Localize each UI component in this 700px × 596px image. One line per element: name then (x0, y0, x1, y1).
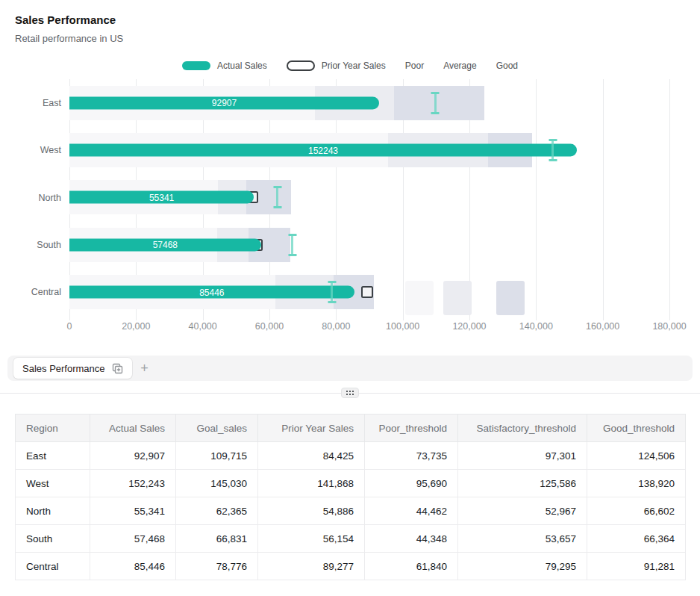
legend-item-actual-sales[interactable]: Actual Sales (182, 60, 267, 71)
column-header-prior-year-sales[interactable]: Prior Year Sales (258, 415, 365, 442)
goal-marker[interactable] (328, 281, 336, 303)
cell-goal-sales[interactable]: 109,715 (176, 442, 258, 470)
table-row-north: North55,34162,36554,88644,46252,96766,60… (16, 497, 686, 525)
cell-good-threshold[interactable]: 91,281 (587, 553, 686, 580)
table-row-east: East92,907109,71584,42573,73597,301124,5… (16, 442, 686, 470)
cell-poor-threshold[interactable]: 95,690 (365, 470, 458, 497)
legend-label: Good (496, 60, 518, 71)
bullet-row-north: 55341 (69, 174, 669, 221)
cell-region[interactable]: Central (16, 553, 90, 580)
category-label-central: Central (31, 287, 61, 297)
axis-tick-label: 180,000 (652, 321, 686, 332)
cell-good-threshold[interactable]: 66,364 (587, 525, 686, 553)
legend-label: Poor (405, 60, 424, 71)
actual-sales-bar[interactable]: 152243 (69, 144, 577, 157)
bar-value-label: 152243 (308, 146, 338, 155)
category-label-west: West (40, 145, 61, 155)
column-header-satisfactory-threshold[interactable]: Satisfactory_threshold (458, 415, 587, 442)
cell-satisfactory-threshold[interactable]: 97,301 (458, 442, 587, 470)
cell-goal-sales[interactable]: 62,365 (176, 497, 258, 525)
column-header-goal-sales[interactable]: Goal_sales (176, 415, 258, 442)
chart-panel: Sales Performance Retail performance in … (0, 0, 700, 339)
x-axis: 020,00040,00060,00080,000100,000120,0001… (69, 316, 669, 334)
axis-tick-label: 20,000 (122, 321, 150, 332)
cell-satisfactory-threshold[interactable]: 125,586 (458, 470, 587, 497)
cell-prior-year-sales[interactable]: 89,277 (258, 553, 365, 580)
legend-item-poor[interactable]: Poor (405, 60, 424, 71)
column-header-poor-threshold[interactable]: Poor_threshold (365, 415, 458, 442)
cell-actual-sales[interactable]: 92,907 (90, 442, 176, 470)
category-label-east: East (43, 98, 61, 108)
cell-region[interactable]: North (16, 497, 90, 525)
cell-goal-sales[interactable]: 145,030 (176, 470, 258, 497)
column-header-good-threshold[interactable]: Good_threshold (587, 415, 686, 442)
goal-marker[interactable] (549, 139, 557, 161)
goal-marker-stem (276, 188, 278, 206)
legend-item-prior-year-sales[interactable]: Prior Year Sales (287, 60, 386, 71)
bullet-row-west: 152243 (69, 126, 669, 173)
cell-satisfactory-threshold[interactable]: 79,295 (458, 553, 587, 580)
cell-prior-year-sales[interactable]: 84,425 (258, 442, 365, 470)
drag-handle[interactable] (341, 388, 359, 398)
cell-prior-year-sales[interactable]: 54,886 (258, 497, 365, 525)
cell-actual-sales[interactable]: 85,446 (90, 553, 176, 580)
cell-good-threshold[interactable]: 66,602 (587, 497, 686, 525)
panel-splitter[interactable] (0, 388, 700, 398)
cell-good-threshold[interactable]: 138,920 (587, 470, 686, 497)
cell-goal-sales[interactable]: 66,831 (176, 525, 258, 553)
cell-region[interactable]: East (16, 442, 90, 470)
goal-marker[interactable] (431, 92, 440, 114)
actual-sales-bar[interactable]: 85446 (69, 286, 354, 299)
cell-prior-year-sales[interactable]: 141,868 (258, 470, 365, 497)
bar-value-label: 92907 (212, 99, 237, 108)
axis-tick-label: 80,000 (322, 321, 350, 332)
cell-region[interactable]: South (16, 525, 90, 553)
goal-marker-stem (291, 236, 293, 254)
chart-legend: Actual SalesPrior Year SalesPoorAverageG… (15, 60, 685, 72)
prior-year-sales-marker[interactable] (361, 286, 373, 298)
table-header-row: RegionActual SalesGoal_salesPrior Year S… (16, 415, 686, 442)
cell-actual-sales[interactable]: 152,243 (90, 470, 176, 497)
legend-swatch-good-icon (496, 281, 525, 315)
column-header-region[interactable]: Region (16, 415, 90, 442)
page-subtitle: Retail performance in US (15, 33, 685, 45)
add-tab-button[interactable]: + (132, 361, 157, 375)
cell-actual-sales[interactable]: 57,468 (90, 525, 176, 553)
cell-satisfactory-threshold[interactable]: 53,657 (458, 525, 587, 553)
column-header-actual-sales[interactable]: Actual Sales (90, 415, 176, 442)
actual-sales-bar[interactable]: 92907 (69, 96, 379, 109)
axis-tick-label: 0 (67, 321, 72, 332)
bullet-row-east: 92907 (69, 79, 669, 126)
tab-bar: Sales Performance + (7, 356, 693, 381)
grip-dots-icon (346, 391, 354, 395)
cell-good-threshold[interactable]: 124,506 (587, 442, 686, 470)
cell-goal-sales[interactable]: 78,776 (176, 553, 258, 580)
data-table: RegionActual SalesGoal_salesPrior Year S… (15, 414, 686, 580)
legend-swatch-poor-icon (405, 281, 434, 315)
cell-poor-threshold[interactable]: 44,462 (365, 497, 458, 525)
goal-marker-stem (551, 141, 554, 159)
bullet-row-south: 57468 (69, 221, 669, 268)
cell-poor-threshold[interactable]: 44,348 (365, 525, 458, 553)
actual-sales-bar[interactable]: 55341 (69, 191, 254, 204)
goal-marker[interactable] (288, 234, 296, 256)
cell-poor-threshold[interactable]: 73,735 (365, 442, 458, 470)
cell-region[interactable]: West (16, 470, 90, 497)
cell-satisfactory-threshold[interactable]: 52,967 (458, 497, 587, 525)
goal-marker[interactable] (273, 186, 281, 208)
axis-tick-label: 60,000 (255, 321, 284, 332)
tab-sales-performance[interactable]: Sales Performance (13, 358, 132, 379)
duplicate-tab-icon[interactable] (112, 363, 123, 374)
bullet-row-central: 85446 (69, 269, 669, 316)
axis-tick-label: 120,000 (452, 321, 486, 332)
cell-prior-year-sales[interactable]: 56,154 (258, 525, 365, 553)
actual-sales-bar[interactable]: 57468 (69, 238, 261, 251)
legend-item-average[interactable]: Average (443, 60, 476, 71)
cell-poor-threshold[interactable]: 61,840 (365, 553, 458, 580)
legend-label: Average (443, 60, 476, 71)
axis-tick-label: 140,000 (519, 321, 553, 332)
legend-item-good[interactable]: Good (496, 60, 518, 71)
category-axis: EastWestNorthSouthCentral (15, 79, 61, 316)
app-window: Sales Performance Retail performance in … (0, 0, 700, 596)
cell-actual-sales[interactable]: 55,341 (90, 497, 176, 525)
